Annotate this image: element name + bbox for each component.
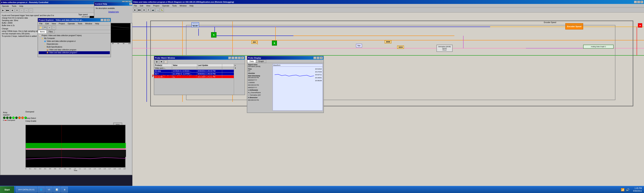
array-label: Array xyxy=(3,112,27,113)
detailed-help-link[interactable]: Detailed help xyxy=(108,11,119,13)
tree-label-vi-main: Video and data collection program.vi xyxy=(47,40,76,43)
context-help-close[interactable]: × xyxy=(129,3,132,5)
bd-pause-btn[interactable]: ⏸ xyxy=(146,8,150,12)
led-6 xyxy=(21,117,24,119)
probe-tool-3[interactable]: 📋 xyxy=(164,60,168,64)
signal-name-value: Derivative (dX/dt) xyxy=(248,66,271,67)
taskbar-item-vhy[interactable]: VHY-DATALOG-01 xyxy=(16,187,37,193)
proj-menu-project[interactable]: Project xyxy=(58,22,66,25)
bd-menu-operate[interactable]: Operate xyxy=(162,4,170,7)
probe-tab-graph[interactable]: Graph xyxy=(256,60,266,63)
creep-detect-text: Creep Detect xyxy=(26,117,36,119)
bd-minimize-btn[interactable]: _ xyxy=(634,1,637,3)
probe-watch-icon2[interactable]: ↑ xyxy=(232,57,234,59)
menu-operate[interactable]: Operate xyxy=(1,5,10,7)
bd-abort-btn[interactable]: ■ xyxy=(142,8,146,12)
bd-menu-window[interactable]: Window xyxy=(179,4,187,7)
tree-label-deps: Dependencies xyxy=(47,43,58,46)
probe-tab-data[interactable]: Data xyxy=(247,60,256,63)
tree-build-2[interactable]: 📦 Video and data collection program7 xyxy=(39,51,110,54)
bd-camera-btn[interactable]: 📷 xyxy=(151,8,155,12)
proj-tool-4[interactable]: ↑ xyxy=(52,26,56,30)
menu-help[interactable]: Help xyxy=(18,5,24,7)
taskbar-item-app1[interactable]: 📊 xyxy=(53,187,60,193)
project-minimize-btn[interactable]: _ xyxy=(100,19,104,21)
stop-indicator[interactable]: ■ xyxy=(638,23,642,27)
taskbar-system-icons: 📶 🔊 xyxy=(620,188,631,192)
bd-menu-tools[interactable]: Tools xyxy=(172,4,178,7)
probe-waveform-area: Waveform 20.51910 20.47204 20.52711 20.4… xyxy=(273,64,323,111)
probe-0-update xyxy=(197,67,222,69)
step-out-button[interactable]: ↑ xyxy=(29,8,33,12)
probe-row-0[interactable]: Video and c... xyxy=(154,67,234,70)
probe-watch-btns: 🔍 ↑ _ □ × xyxy=(228,57,244,59)
col-probe: Probe(s) xyxy=(154,64,172,67)
led-5 xyxy=(18,117,21,119)
tab-items[interactable]: Items xyxy=(38,30,47,33)
probe-row-1[interactable]: [5] data 13.5516+3, 13.5516+... 9/30/201… xyxy=(154,70,234,73)
tab-files[interactable]: Files xyxy=(47,30,55,33)
pause-button[interactable]: ⏸ xyxy=(15,8,19,12)
step-over-button[interactable]: → xyxy=(24,8,28,12)
probe-display-maximize[interactable]: □ xyxy=(317,57,320,59)
bd-menu-project[interactable]: Project xyxy=(152,4,160,7)
bd-menu-edit[interactable]: Edit xyxy=(139,4,144,7)
derivative-block: Derivative (dX/dt) Signals Result xyxy=(436,45,452,52)
project-explorer-titlebar: Project Explorer - Video and data collec… xyxy=(38,18,110,22)
mmddyyy-row: MM/DD/YYY xyxy=(248,79,271,81)
tree-build-specs: ▽ Build Specifications xyxy=(39,46,110,48)
probe-tool-2[interactable]: ✖ xyxy=(160,60,163,64)
menu-tools[interactable]: Tools xyxy=(11,5,17,7)
probe-watch-close[interactable]: × xyxy=(241,57,244,59)
bd-menu-file[interactable]: File xyxy=(133,4,138,7)
bd-zoom-btn[interactable]: 🔍 xyxy=(156,8,160,12)
mmddyyy2-row: MM/DD/YYY xyxy=(248,87,271,88)
timeout-val: 50.00 xyxy=(193,25,198,27)
deriv-signals: Signals xyxy=(438,47,451,49)
probe-display-close[interactable]: × xyxy=(320,57,323,59)
bd-run-btn[interactable]: ▶ xyxy=(133,8,137,12)
bd-debug-btn[interactable]: 🐛 xyxy=(160,8,164,12)
proj-menu-file[interactable]: File xyxy=(39,22,43,25)
block-diagram-window: Video and data collection program.vi Blo… xyxy=(132,0,644,193)
probe-tool-1[interactable]: 🗑 xyxy=(155,60,159,64)
abort-button[interactable]: ■ xyxy=(10,8,14,12)
context-help-message: No description available. xyxy=(96,7,132,10)
probe-watch-maximize[interactable]: □ xyxy=(238,57,241,59)
bd-menu-view[interactable]: View xyxy=(146,4,151,7)
taskbar-item-app2[interactable]: 🖥 xyxy=(61,187,68,193)
proj-menu-help[interactable]: Help xyxy=(94,22,100,25)
proj-menu-window[interactable]: Window xyxy=(84,22,93,25)
taskbar-item-browser[interactable]: 🌐 xyxy=(38,187,45,193)
project-close-btn[interactable]: × xyxy=(107,19,110,21)
proj-menu-edit[interactable]: Edit xyxy=(45,22,50,25)
build-2-icon: 📦 xyxy=(46,51,49,54)
run-button[interactable]: ▶ xyxy=(1,8,5,12)
context-help-title-text: Context Help xyxy=(95,3,107,5)
proj-menu-operate[interactable]: Operate xyxy=(67,22,76,25)
bd-restore-btn[interactable]: □ xyxy=(637,1,640,3)
proj-menu-view[interactable]: View xyxy=(51,22,57,25)
proj-tool-1[interactable]: 📁 xyxy=(39,26,42,30)
run-cont-button[interactable]: ▶▶ xyxy=(6,8,10,12)
x-dim-time-val: 000:000:00 PM xyxy=(248,99,271,101)
bd-close-btn[interactable]: × xyxy=(640,1,643,3)
proj-tool-2[interactable]: 💾 xyxy=(43,26,47,30)
project-maximize-btn[interactable]: □ xyxy=(104,19,106,21)
nl-channel-value: NI_ChannelName xyxy=(248,92,271,93)
proj-menu-tools[interactable]: Tools xyxy=(77,22,83,25)
probe-watch-minimize[interactable]: _ xyxy=(235,57,238,59)
deriv-ref-row: -> 'Derivative (dX/ xyxy=(248,94,271,96)
bd-menu-help[interactable]: Help xyxy=(189,4,194,7)
probe-display-minimize[interactable]: _ xyxy=(314,57,316,59)
start-button[interactable]: Start xyxy=(0,186,14,193)
bd-run-cont-btn[interactable]: ▶▶ xyxy=(138,8,142,12)
probe-display-btns: _ □ × xyxy=(314,57,323,59)
proj-tool-3[interactable]: + xyxy=(48,26,52,30)
probe-watch-icon1[interactable]: 🔍 xyxy=(228,57,231,59)
probe-display-tab-row: Data Graph xyxy=(247,60,324,63)
timeout-label: timeout xyxy=(193,23,198,24)
step-button[interactable]: ↓ xyxy=(20,8,24,12)
taskbar-item-v5[interactable]: V5 xyxy=(46,187,52,193)
bd-titlebar-buttons: _ □ × xyxy=(634,1,643,3)
